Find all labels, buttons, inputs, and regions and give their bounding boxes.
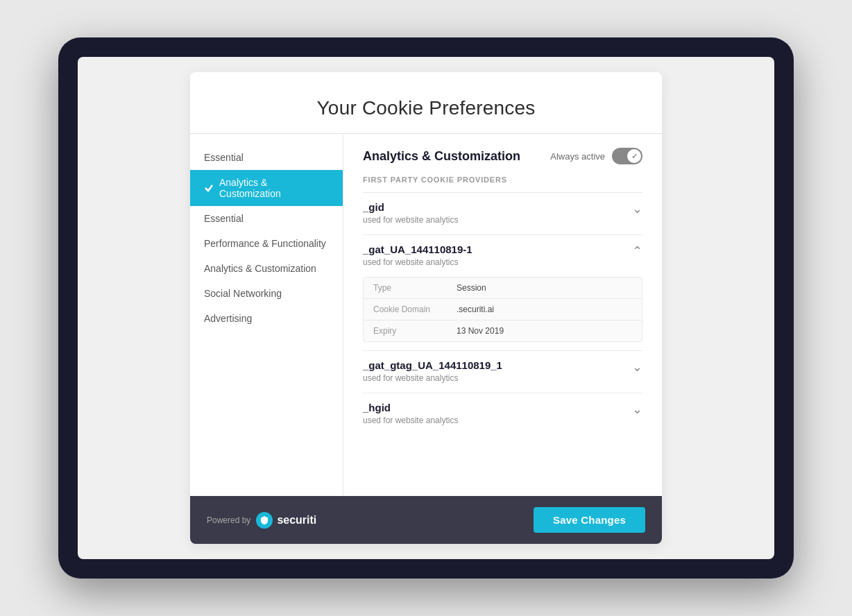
detail-label-domain: Cookie Domain [373,305,457,314]
cookie-desc-gat-ua: used for website analytics [363,257,472,267]
cookie-row-gid[interactable]: _gid used for website analytics ⌄ [363,193,642,234]
toggle-knob: ✓ [627,149,641,163]
cookie-details-gat-ua: Type Session Cookie Domain .securiti.ai … [363,277,642,342]
section-label: FIRST PARTY COOKIE PROVIDERS [363,176,642,184]
cookie-name-gid: _gid [363,201,458,213]
save-changes-button[interactable]: Save Changes [534,507,645,533]
modal-footer: Powered by securiti Save Changes [190,496,662,544]
securiti-brand-name: securiti [277,514,316,527]
modal-body: Essential Analytics & Customization Esse… [190,134,662,496]
content-title: Analytics & Customization [363,149,520,164]
cookie-row-gat-ua[interactable]: _gat_UA_144110819-1 used for website ana… [363,235,642,277]
cookie-item-hgid: _hgid used for website analytics ⌄ [363,393,642,435]
cookie-preferences-modal: Your Cookie Preferences Essential Analyt… [190,72,662,544]
sidebar-item-analytics-customization-2[interactable]: Analytics & Customization [190,256,343,281]
powered-by: Powered by securiti [207,512,316,529]
detail-row-type: Type Session [364,277,642,299]
detail-value-type: Session [457,283,486,293]
securiti-logo: securiti [256,512,316,529]
modal-title: Your Cookie Preferences [218,97,634,119]
always-active-toggle[interactable]: ✓ [612,148,642,164]
securiti-shield-icon [259,515,269,525]
always-active-label: Always active [550,151,605,162]
powered-by-label: Powered by [207,515,250,525]
content-header: Analytics & Customization Always active … [363,148,642,164]
cookie-name-gat-ua: _gat_UA_144110819-1 [363,243,472,255]
chevron-down-icon-gid: ⌄ [632,203,642,215]
detail-label-type: Type [373,283,457,293]
cookie-row-hgid[interactable]: _hgid used for website analytics ⌄ [363,393,642,435]
cookie-name-gat-gtag: _gat_gtag_UA_144110819_1 [363,359,502,371]
sidebar-item-advertising[interactable]: Advertising [190,306,343,331]
detail-label-expiry: Expiry [373,326,457,336]
sidebar-item-performance-functionality[interactable]: Performance & Functionality [190,231,343,256]
sidebar-item-essential-top[interactable]: Essential [190,145,343,170]
cookie-item-gid: _gid used for website analytics ⌄ [363,192,642,234]
cookie-desc-gid: used for website analytics [363,215,458,225]
chevron-up-icon-gat-ua: ⌃ [632,245,642,257]
check-icon-active [204,183,214,193]
cookie-name-hgid: _hgid [363,402,458,413]
modal-header: Your Cookie Preferences [190,72,662,134]
toggle-check-icon: ✓ [631,152,638,161]
sidebar-item-social-networking[interactable]: Social Networking [190,281,343,306]
securiti-icon [256,512,273,529]
detail-row-domain: Cookie Domain .securiti.ai [364,299,642,320]
cookie-item-gat-gtag: _gat_gtag_UA_144110819_1 used for websit… [363,350,642,393]
device-screen: Your Cookie Preferences Essential Analyt… [78,57,774,559]
cookie-row-gat-gtag[interactable]: _gat_gtag_UA_144110819_1 used for websit… [363,351,642,393]
detail-row-expiry: Expiry 13 Nov 2019 [364,320,642,341]
chevron-down-icon-hgid: ⌄ [632,403,642,416]
device-frame: Your Cookie Preferences Essential Analyt… [58,37,794,579]
content-area: Analytics & Customization Always active … [343,134,662,496]
sidebar-item-essential[interactable]: Essential [190,206,343,231]
always-active-container: Always active ✓ [550,148,642,164]
detail-value-expiry: 13 Nov 2019 [457,326,504,336]
cookie-item-gat-ua: _gat_UA_144110819-1 used for website ana… [363,234,642,342]
chevron-down-icon-gat-gtag: ⌄ [632,361,642,373]
detail-value-domain: .securiti.ai [457,305,494,314]
cookie-desc-gat-gtag: used for website analytics [363,373,502,383]
cookie-desc-hgid: used for website analytics [363,416,458,425]
sidebar: Essential Analytics & Customization Esse… [190,134,343,496]
sidebar-item-analytics-customization-active[interactable]: Analytics & Customization [190,170,343,206]
